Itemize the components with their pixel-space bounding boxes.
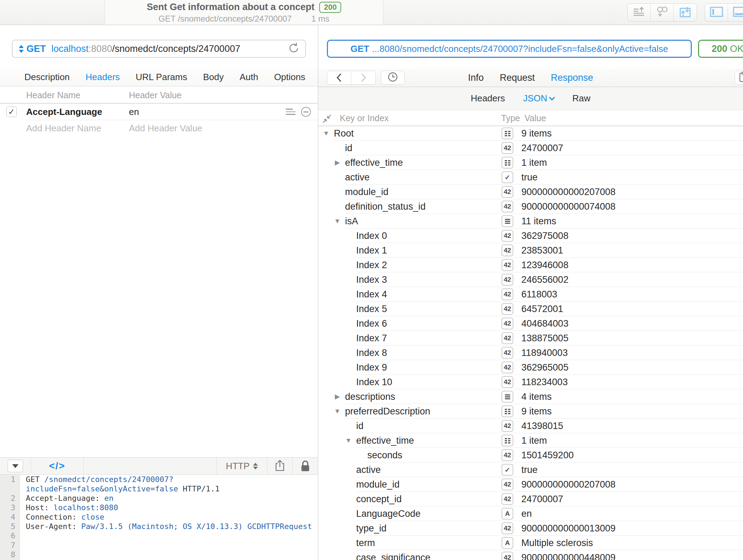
send-receive-button[interactable] xyxy=(674,4,697,21)
forward-button[interactable] xyxy=(351,71,375,84)
tree-row[interactable]: definition_status_id42900000000000074008 xyxy=(318,199,743,214)
add-header-row[interactable]: Add Header Name Add Header Value xyxy=(0,120,318,136)
header-name-cell[interactable]: Accept-Language xyxy=(26,103,102,120)
tree-row[interactable]: ▼isA11 items xyxy=(318,214,743,228)
add-header-name-field[interactable]: Add Header Name xyxy=(26,120,101,136)
tree-key: id xyxy=(356,419,363,433)
tree-row[interactable]: concept_id4224700007 xyxy=(318,492,743,506)
tree-row[interactable]: Index 342246556002 xyxy=(318,272,743,287)
code-line[interactable]: 4Connection: close xyxy=(0,512,318,522)
row-options-icon[interactable] xyxy=(286,107,296,117)
add-header-value-field[interactable]: Add Header Value xyxy=(129,120,202,136)
method-stepper-icon[interactable] xyxy=(19,45,24,53)
tab-resp-json[interactable]: JSON xyxy=(523,93,554,104)
back-button[interactable] xyxy=(327,71,351,84)
tree-row[interactable]: module_id42900000000000207008 xyxy=(318,185,743,199)
code-format-select[interactable]: HTTP xyxy=(217,458,267,474)
tab-headers[interactable]: Headers xyxy=(86,72,120,83)
type-number-icon: 42 xyxy=(501,259,513,271)
tree-row[interactable]: Index 242123946008 xyxy=(318,258,743,272)
tree-key: effective_time xyxy=(345,155,403,170)
disclosure-expanded-icon[interactable]: ▼ xyxy=(333,404,342,419)
export-button[interactable] xyxy=(628,4,651,21)
disclosure-expanded-icon[interactable]: ▼ xyxy=(344,433,353,448)
tree-row[interactable]: id4241398015 xyxy=(318,419,743,433)
json-tree-header: Key or Index Type Value xyxy=(318,110,743,126)
tree-row[interactable]: ▼Root9 items xyxy=(318,126,743,141)
tree-row[interactable]: LanguageCodeAen xyxy=(318,506,743,521)
code-view-button[interactable]: </> xyxy=(31,458,83,474)
disclosure-collapsed-icon[interactable]: ▶ xyxy=(333,389,342,404)
tab-response[interactable]: Response xyxy=(551,72,593,83)
tree-key: definition_status_id xyxy=(345,199,426,214)
request-url-bar[interactable]: GET localhost:8080/snomedct/concepts/247… xyxy=(12,40,306,58)
code-line[interactable]: 2Accept-Language: en xyxy=(0,493,318,503)
tab-info[interactable]: Info xyxy=(468,72,484,83)
tree-row[interactable]: Index 4426118003 xyxy=(318,287,743,302)
type-number-icon: 42 xyxy=(501,201,513,212)
tree-row[interactable]: termAMultiple sclerosis xyxy=(318,536,743,550)
disclosure-collapsed-icon[interactable]: ▶ xyxy=(333,155,342,170)
lock-icon[interactable] xyxy=(293,458,318,474)
code-line[interactable]: 7 xyxy=(0,540,318,550)
copy-response-button[interactable] xyxy=(735,71,743,85)
tree-value: 11 items xyxy=(521,214,556,228)
preview-collapse-button[interactable] xyxy=(0,458,31,474)
tab-body[interactable]: Body xyxy=(203,72,224,83)
toggle-left-sidebar-button[interactable] xyxy=(705,4,728,21)
tree-row[interactable]: type_id42900000000000013009 xyxy=(318,521,743,536)
code-brackets-icon: </> xyxy=(49,460,65,472)
tree-row[interactable]: Index 54264572001 xyxy=(318,302,743,316)
tree-row[interactable]: Index 14223853001 xyxy=(318,243,743,258)
tree-row[interactable]: Index 942362965005 xyxy=(318,360,743,375)
code-text: Host: localhost:8080 xyxy=(26,503,118,512)
header-value-cell[interactable]: en xyxy=(129,103,139,120)
tree-row[interactable]: Index 642404684003 xyxy=(318,316,743,331)
tree-row[interactable]: case_significance42900000000000448009 xyxy=(318,550,743,560)
tree-row[interactable]: Index 042362975008 xyxy=(318,228,743,243)
code-line[interactable]: includeFsn=false&onlyActive=false HTTP/1… xyxy=(0,484,318,493)
history-button[interactable] xyxy=(381,71,405,85)
tab-auth[interactable]: Auth xyxy=(239,72,258,83)
code-line[interactable]: 8 xyxy=(0,550,318,559)
tree-row[interactable]: ▶descriptions4 items xyxy=(318,389,743,404)
disclosure-expanded-icon[interactable]: ▼ xyxy=(322,126,330,141)
remove-row-icon[interactable] xyxy=(301,107,311,117)
code-line[interactable]: 5User-Agent: Paw/3.1.5 (Macintosh; OS X/… xyxy=(0,522,318,531)
tree-key: Root xyxy=(334,126,354,141)
header-enabled-checkbox[interactable]: ✓ xyxy=(6,107,17,117)
share-button[interactable] xyxy=(267,458,292,474)
titlebar-actions-group xyxy=(627,3,697,22)
tree-row[interactable]: active✓true xyxy=(318,170,743,185)
tree-row[interactable]: id4224700007 xyxy=(318,141,743,155)
code-line[interactable]: 1GET /snomedct/concepts/24700007? xyxy=(0,475,318,484)
tab-request[interactable]: Request xyxy=(500,72,535,83)
url-host: localhost xyxy=(52,44,89,54)
table-row[interactable]: ✓ Accept-Language en xyxy=(0,103,318,120)
tree-row[interactable]: module_id42900000000000207008 xyxy=(318,477,743,492)
code-line[interactable]: 6 xyxy=(0,531,318,540)
status-code: 200 xyxy=(712,44,727,54)
tree-row[interactable]: active✓true xyxy=(318,462,743,477)
refresh-icon[interactable] xyxy=(289,42,299,55)
tab-resp-raw[interactable]: Raw xyxy=(572,93,590,104)
tree-row[interactable]: Index 842118940003 xyxy=(318,345,743,360)
tab-options[interactable]: Options xyxy=(274,72,305,83)
tree-row[interactable]: ▶effective_time1 item xyxy=(318,155,743,170)
disclosure-expanded-icon[interactable]: ▼ xyxy=(333,214,342,228)
tree-row[interactable]: ▼effective_time1 item xyxy=(318,433,743,448)
tree-row[interactable]: Index 742138875005 xyxy=(318,331,743,345)
tab-resp-headers[interactable]: Headers xyxy=(471,93,505,104)
http-request-preview[interactable]: 1GET /snomedct/concepts/24700007?include… xyxy=(0,475,318,560)
code-line[interactable]: 3Host: localhost:8080 xyxy=(0,503,318,512)
tree-row[interactable]: seconds421501459200 xyxy=(318,448,743,462)
tree-row[interactable]: ▼preferredDescription9 items xyxy=(318,404,743,419)
tab-url-params[interactable]: URL Params xyxy=(136,72,187,83)
import-button[interactable] xyxy=(651,4,674,21)
code-lines: 1GET /snomedct/concepts/24700007?include… xyxy=(0,475,318,559)
toggle-bottom-panel-button[interactable] xyxy=(728,4,743,21)
tree-row[interactable]: Index 1042118234003 xyxy=(318,375,743,389)
response-request-url[interactable]: GET...8080/snomedct/concepts/24700007?in… xyxy=(327,40,692,58)
request-method[interactable]: GET xyxy=(26,44,46,54)
tab-description[interactable]: Description xyxy=(24,72,70,83)
